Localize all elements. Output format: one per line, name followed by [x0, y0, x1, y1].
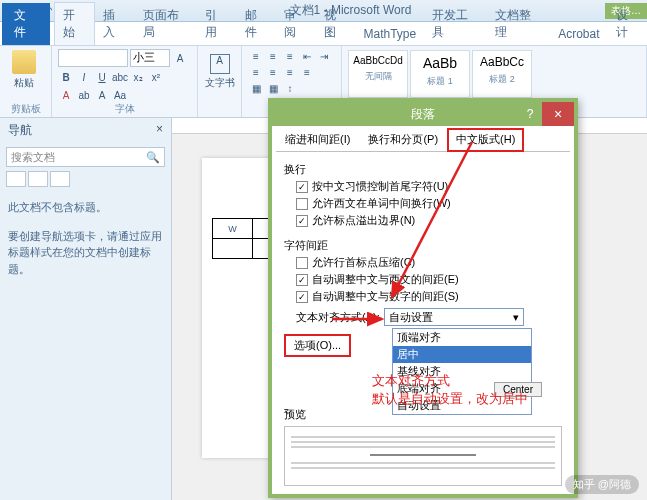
grow-font-icon[interactable]: A — [172, 50, 188, 66]
nav-tab-results[interactable] — [50, 171, 70, 187]
tab-home[interactable]: 开始 — [54, 2, 96, 45]
options-button[interactable]: 选项(O)... — [284, 334, 351, 357]
dlg-tab-indent[interactable]: 缩进和间距(I) — [276, 128, 359, 151]
font-family-select[interactable] — [58, 49, 128, 67]
group-font: 小三 A B I U abc x₂ x² A ab A Aa 字体 — [52, 46, 198, 117]
justify-icon[interactable]: ≡ — [299, 64, 315, 80]
italic-button[interactable]: I — [76, 69, 92, 85]
tab-view[interactable]: 视图 — [316, 3, 356, 45]
preview-box — [284, 426, 562, 486]
indent-left-icon[interactable]: ⇤ — [299, 48, 315, 64]
dialog-close-button[interactable]: × — [542, 102, 574, 126]
indent-right-icon[interactable]: ⇥ — [316, 48, 332, 64]
ribbon-tabs: 文件 开始 插入 页面布局 引用 邮件 审阅 视图 MathType 开发工具 … — [0, 22, 647, 46]
superscript-button[interactable]: x² — [148, 69, 164, 85]
tab-layout[interactable]: 页面布局 — [135, 3, 198, 45]
highlight-icon[interactable]: ab — [76, 87, 92, 103]
dialog-tabs: 缩进和间距(I) 换行和分页(P) 中文版式(H) — [276, 128, 570, 152]
annotation-text: 文本对齐方式 默认是自动设置，改为居中 — [372, 372, 528, 408]
section-spacing: 字符间距 — [284, 238, 562, 253]
search-icon: 🔍 — [146, 151, 160, 164]
numbering-icon[interactable]: ≡ — [265, 48, 281, 64]
change-case-icon[interactable]: Aa — [112, 87, 128, 103]
underline-button[interactable]: U — [94, 69, 110, 85]
navigation-pane: 导航 × 搜索文档 🔍 此文档不包含标题。 要创建导航选项卡，请通过应用标题样式… — [0, 118, 172, 500]
group-textbox: A 文字书 — [198, 46, 242, 117]
nav-tab-pages[interactable] — [28, 171, 48, 187]
dlg-tab-pagebreak[interactable]: 换行和分页(P) — [359, 128, 447, 151]
nav-empty-msg2: 要创建导航选项卡，请通过应用标题样式在您的文档中创建标题。 — [8, 228, 163, 278]
subscript-button[interactable]: x₂ — [130, 69, 146, 85]
strike-button[interactable]: abc — [112, 69, 128, 85]
tab-insert[interactable]: 插入 — [95, 3, 135, 45]
sort-icon[interactable]: ↕ — [282, 80, 298, 96]
align-label: 文本对齐方式(A): — [296, 310, 380, 325]
dlg-tab-chinese[interactable]: 中文版式(H) — [447, 128, 524, 152]
chevron-down-icon: ▾ — [513, 311, 519, 324]
checkbox[interactable]: ✓ — [296, 274, 308, 286]
shading-icon[interactable]: ▦ — [248, 80, 264, 96]
char-border-icon[interactable]: A — [94, 87, 110, 103]
group-clipboard: 粘贴 剪贴板 — [0, 46, 52, 117]
paste-icon — [12, 50, 36, 74]
multilevel-icon[interactable]: ≡ — [282, 48, 298, 64]
tab-mailings[interactable]: 邮件 — [237, 3, 277, 45]
borders-icon[interactable]: ▦ — [265, 80, 281, 96]
textbox-icon: A — [210, 54, 230, 74]
bold-button[interactable]: B — [58, 69, 74, 85]
tab-docorg[interactable]: 文档整理 — [487, 3, 550, 45]
text-align-row: 文本对齐方式(A): 自动设置 ▾ — [296, 308, 562, 326]
align-center-icon[interactable]: ≡ — [265, 64, 281, 80]
textbox-button[interactable]: A 文字书 — [204, 54, 235, 90]
tab-developer[interactable]: 开发工具 — [424, 3, 487, 45]
checkbox[interactable]: ✓ — [296, 215, 308, 227]
style-item[interactable]: AaBbCcDd无间隔 — [348, 50, 408, 98]
nav-view-tabs — [6, 171, 165, 187]
nav-title: 导航 × — [0, 118, 171, 143]
watermark: 知乎 @阿德 — [565, 475, 639, 494]
font-color-icon[interactable]: A — [58, 87, 74, 103]
section-wrap: 换行 — [284, 162, 562, 177]
nav-close-icon[interactable]: × — [156, 122, 163, 139]
dd-item[interactable]: 顶端对齐 — [393, 329, 531, 346]
table-cell[interactable] — [213, 239, 253, 259]
dialog-body: 换行 ✓按中文习惯控制首尾字符(U) 允许西文在单词中间换行(W) ✓允许标点溢… — [272, 152, 574, 492]
tab-review[interactable]: 审阅 — [276, 3, 316, 45]
nav-empty-msg1: 此文档不包含标题。 — [8, 199, 163, 216]
paragraph-dialog: 段落 ? × 缩进和间距(I) 换行和分页(P) 中文版式(H) 换行 ✓按中文… — [268, 98, 578, 498]
font-size-select[interactable]: 小三 — [130, 49, 170, 67]
file-tab[interactable]: 文件 — [2, 3, 50, 45]
dialog-title: 段落 ? × — [272, 102, 574, 126]
tab-mathtype[interactable]: MathType — [355, 23, 424, 45]
checkbox[interactable]: ✓ — [296, 291, 308, 303]
checkbox[interactable] — [296, 257, 308, 269]
text-align-combo[interactable]: 自动设置 ▾ — [384, 308, 524, 326]
tab-acrobat[interactable]: Acrobat — [550, 23, 607, 45]
style-item[interactable]: AaBb标题 1 — [410, 50, 470, 98]
dd-item-selected[interactable]: 居中 — [393, 346, 531, 363]
paste-button[interactable]: 粘贴 — [6, 48, 42, 90]
align-right-icon[interactable]: ≡ — [282, 64, 298, 80]
dialog-help-icon[interactable]: ? — [518, 102, 542, 126]
nav-tab-headings[interactable] — [6, 171, 26, 187]
nav-search-input[interactable]: 搜索文档 🔍 — [6, 147, 165, 167]
table-cell[interactable]: W — [213, 219, 253, 239]
bullets-icon[interactable]: ≡ — [248, 48, 264, 64]
tab-references[interactable]: 引用 — [197, 3, 237, 45]
style-item[interactable]: AaBbCc标题 2 — [472, 50, 532, 98]
align-left-icon[interactable]: ≡ — [248, 64, 264, 80]
checkbox[interactable]: ✓ — [296, 181, 308, 193]
tab-design[interactable]: 设计 — [608, 3, 647, 45]
checkbox[interactable] — [296, 198, 308, 210]
